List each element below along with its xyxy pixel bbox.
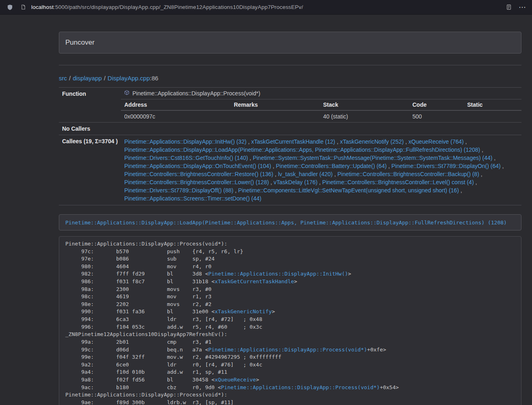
code-symbol-link[interactable]: Pinetime::Applications::DisplayApp::Init…	[208, 271, 348, 277]
code-symbol-link[interactable]: xTaskGetCurrentTaskHandle	[215, 278, 294, 284]
no-callers-label: No Callers	[59, 123, 121, 135]
column-header-static: Static	[464, 99, 521, 111]
function-detail-table: Address Remarks Stack Code Static 0x0000…	[121, 99, 521, 122]
static-cell	[464, 110, 521, 122]
url-path: :5000/path/src/displayapp/DisplayApp.cpp…	[54, 4, 303, 10]
divider	[59, 65, 521, 65]
disassembly-code: Pinetime::Applications::DisplayApp::Proc…	[65, 241, 399, 405]
callee-link[interactable]: xTaskGetCurrentTaskHandle (12)	[251, 138, 335, 145]
url-bar[interactable]: localhost:5000/path/src/displayapp/Displ…	[19, 2, 500, 13]
reader-mode-icon[interactable]	[505, 3, 513, 11]
table-row: Function Pinetime::Applications::Display…	[59, 88, 521, 123]
column-header-remarks: Remarks	[230, 99, 320, 111]
column-header-code: Code	[409, 99, 464, 111]
callee-link[interactable]: Pinetime::Drivers::St7789::DisplayOn() (…	[392, 163, 501, 169]
function-name: Pinetime::Applications::DisplayApp::Proc…	[132, 90, 260, 97]
callee-link[interactable]: Pinetime::Drivers::Cst816S::GetTouchInfo…	[124, 155, 248, 161]
menu-dots-icon[interactable]: ⋯	[518, 3, 526, 11]
callee-link[interactable]: Pinetime::Components::LittleVgl::SetNewT…	[238, 187, 459, 194]
code-symbol-link[interactable]: xQueueReceive	[215, 377, 256, 383]
table-row: 0x0000097c 40 (static) 500	[121, 110, 521, 122]
callee-link[interactable]: Pinetime::Applications::DisplayApp::Load…	[124, 146, 480, 153]
page-title: Puncover	[65, 38, 515, 47]
callee-link[interactable]: Pinetime::System::SystemTask::PushMessag…	[253, 155, 493, 161]
callee-link[interactable]: vTaskDelay (176)	[274, 179, 317, 185]
shield-icon[interactable]	[6, 3, 14, 11]
callees-label: Callees (19, Σ=3704 )	[59, 135, 121, 205]
callees-list: Pinetime::Applications::DisplayApp::Init…	[124, 138, 518, 202]
url-host: localhost	[31, 4, 54, 10]
function-cell: Pinetime::Applications::DisplayApp::Proc…	[121, 88, 521, 123]
breadcrumb-line-number: :86	[150, 75, 158, 82]
breadcrumb: src/displayapp/DisplayApp.cpp:86	[59, 75, 521, 82]
table-header-row: Address Remarks Stack Code Static	[121, 99, 521, 111]
callee-link[interactable]: lv_task_handler (420)	[278, 171, 333, 177]
remarks-cell	[230, 110, 320, 122]
breadcrumb-link-displayapp[interactable]: displayapp	[73, 75, 102, 82]
stack-cell: 40 (static)	[320, 110, 409, 122]
browser-toolbar: localhost:5000/path/src/displayapp/Displ…	[0, 0, 532, 15]
page-icon	[19, 3, 27, 11]
function-label: Function	[59, 88, 121, 123]
highlighted-callee-box: Pinetime::Applications::DisplayApp::Load…	[59, 214, 521, 231]
highlighted-callee-link[interactable]: Pinetime::Applications::DisplayApp::Load…	[65, 220, 507, 226]
callee-link[interactable]: xTaskGenericNotify (252)	[340, 138, 404, 145]
url-text: localhost:5000/path/src/displayapp/Displ…	[31, 4, 303, 10]
callee-link[interactable]: Pinetime::Controllers::BrightnessControl…	[322, 179, 474, 185]
callee-link[interactable]: Pinetime::Drivers::St7789::DisplayOff() …	[124, 187, 233, 194]
code-cell: 500	[409, 110, 464, 122]
breadcrumb-separator: /	[69, 75, 71, 82]
function-name-row: Pinetime::Applications::DisplayApp::Proc…	[121, 88, 521, 99]
column-header-stack: Stack	[320, 99, 409, 111]
callee-link[interactable]: Pinetime::Applications::DisplayApp::OnTo…	[124, 163, 271, 169]
breadcrumb-link-src[interactable]: src	[59, 75, 67, 82]
disassembly-block: Pinetime::Applications::DisplayApp::Proc…	[59, 236, 521, 405]
address-cell: 0x0000097c	[121, 110, 230, 122]
code-symbol-link[interactable]: Pinetime::Applications::DisplayApp::Proc…	[221, 384, 380, 390]
callee-link[interactable]: xQueueReceive (764)	[409, 138, 464, 145]
code-symbol-link[interactable]: Pinetime::Applications::DisplayApp::Proc…	[208, 347, 367, 353]
code-symbol-link[interactable]: xTaskGenericNotify	[215, 308, 272, 315]
table-row: No Callers	[59, 123, 521, 135]
breadcrumb-link-file[interactable]: DisplayApp.cpp	[108, 75, 150, 82]
callee-link[interactable]: Pinetime::Controllers::BrightnessControl…	[337, 171, 479, 177]
cube-icon	[124, 90, 129, 97]
function-table: Function Pinetime::Applications::Display…	[59, 87, 521, 205]
callee-link[interactable]: Pinetime::Controllers::BrightnessControl…	[124, 179, 269, 185]
table-row: Callees (19, Σ=3704 ) Pinetime::Applicat…	[59, 135, 521, 205]
callee-link[interactable]: Pinetime::Controllers::BrightnessControl…	[124, 171, 273, 177]
callee-link[interactable]: Pinetime::Applications::Screens::Timer::…	[124, 195, 261, 202]
callee-link[interactable]: Pinetime::Controllers::Battery::Update()…	[276, 163, 387, 169]
page-content: Puncover src/displayapp/DisplayApp.cpp:8…	[59, 15, 521, 405]
breadcrumb-separator: /	[104, 75, 106, 82]
callee-link[interactable]: Pinetime::Applications::DisplayApp::Init…	[124, 138, 246, 145]
column-header-address: Address	[121, 99, 230, 111]
callees-cell: Pinetime::Applications::DisplayApp::Init…	[121, 135, 521, 205]
app-header-panel: Puncover	[59, 32, 521, 54]
callers-cell	[121, 123, 521, 135]
